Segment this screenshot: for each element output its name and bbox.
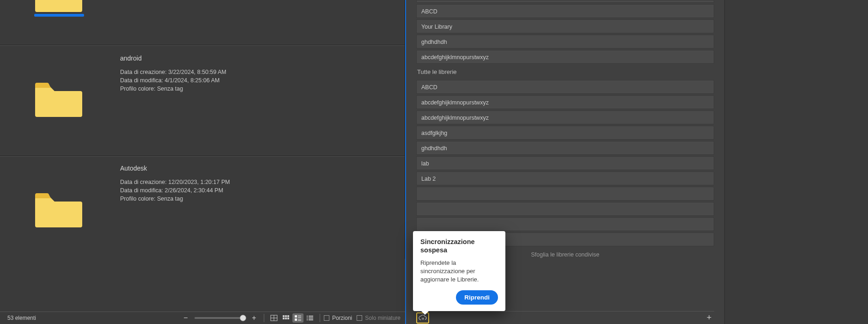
resume-sync-button[interactable]: Riprendi: [456, 290, 498, 305]
svg-rect-4: [285, 315, 287, 317]
library-item[interactable]: abcdefghijklmnopurstwxyz: [416, 50, 714, 64]
libraries-section-header: Tutte le librerie: [416, 65, 714, 79]
porzioni-toggle[interactable]: Porzioni: [324, 315, 357, 321]
solo-miniature-label: Solo miniature: [365, 315, 401, 321]
svg-rect-8: [287, 318, 289, 319]
file-name: Autodesk: [120, 164, 147, 172]
library-item[interactable]: [416, 0, 714, 3]
porzioni-label: Porzioni: [332, 315, 352, 321]
file-details: Data di creazione: 12/20/2023, 1:20:17 P…: [120, 178, 230, 203]
svg-rect-21: [422, 318, 423, 319]
sync-paused-popover: Sincronizzazione sospesa Riprendete la s…: [413, 231, 505, 311]
zoom-thumb[interactable]: [240, 315, 246, 321]
svg-rect-9: [295, 315, 297, 318]
library-item[interactable]: abcdefghijklmnopurstwxyz: [416, 110, 714, 124]
libraries-footer: +: [416, 311, 714, 324]
svg-rect-5: [287, 315, 289, 317]
folder-icon: [35, 0, 82, 12]
zoom-out-button[interactable]: −: [182, 314, 190, 322]
svg-rect-19: [307, 319, 308, 320]
status-bar: 53 elementi − + Porzioni Solo miniature: [0, 312, 405, 324]
svg-rect-13: [298, 319, 301, 319]
checkbox-icon: [324, 315, 329, 321]
grid-large-view-button[interactable]: [268, 313, 279, 323]
svg-rect-15: [307, 316, 308, 317]
library-item[interactable]: ghdhdhdh: [416, 141, 714, 155]
zoom-slider[interactable]: [194, 317, 245, 319]
library-item[interactable]: Your Library: [416, 19, 714, 33]
file-name: android: [120, 54, 142, 62]
svg-rect-7: [285, 318, 287, 319]
selection-indicator: [34, 14, 84, 17]
svg-rect-14: [298, 320, 301, 321]
svg-rect-12: [295, 318, 297, 321]
add-library-button[interactable]: +: [704, 313, 714, 323]
svg-rect-22: [423, 318, 424, 319]
file-details: Data di creazione: 3/22/2024, 8:50:59 AM…: [120, 68, 226, 93]
library-item[interactable]: asdfglkjhg: [416, 126, 714, 140]
svg-rect-18: [309, 318, 313, 318]
library-item[interactable]: ABCD: [416, 80, 714, 94]
right-sidebar: [724, 0, 868, 324]
library-item[interactable]: abcdefghijklmnopurstwxyz: [416, 95, 714, 109]
divider: [264, 314, 264, 322]
list-view-button[interactable]: [304, 313, 316, 323]
solo-miniature-toggle[interactable]: Solo miniature: [357, 315, 405, 321]
file-item[interactable]: [0, 0, 405, 45]
library-item[interactable]: [416, 202, 714, 216]
library-item[interactable]: ABCD: [416, 4, 714, 18]
item-count: 53 elementi: [7, 315, 36, 321]
library-item[interactable]: Lab 2: [416, 171, 714, 185]
folder-icon: [35, 81, 82, 117]
popover-body: Riprendete la sincronizzazione per aggio…: [420, 259, 498, 284]
library-item[interactable]: [416, 217, 714, 231]
svg-rect-20: [309, 319, 313, 320]
zoom-in-button[interactable]: +: [250, 314, 258, 322]
library-item[interactable]: lab: [416, 156, 714, 170]
detail-view-button[interactable]: [292, 313, 303, 323]
folder-icon: [35, 191, 82, 227]
checkbox-icon: [357, 315, 362, 321]
cloud-pause-icon: [419, 315, 427, 321]
svg-rect-17: [307, 318, 308, 318]
content-browser: android Data di creazione: 3/22/2024, 8:…: [0, 0, 405, 259]
svg-rect-11: [298, 317, 301, 318]
popover-title: Sincronizzazione sospesa: [420, 238, 498, 254]
library-item[interactable]: ghdhdhdh: [416, 35, 714, 49]
library-item[interactable]: [416, 187, 714, 201]
svg-rect-6: [283, 318, 285, 319]
grid-small-view-button[interactable]: [280, 313, 291, 323]
svg-rect-16: [309, 316, 313, 317]
svg-rect-10: [298, 316, 301, 316]
divider: [320, 314, 320, 322]
svg-rect-3: [283, 315, 285, 317]
